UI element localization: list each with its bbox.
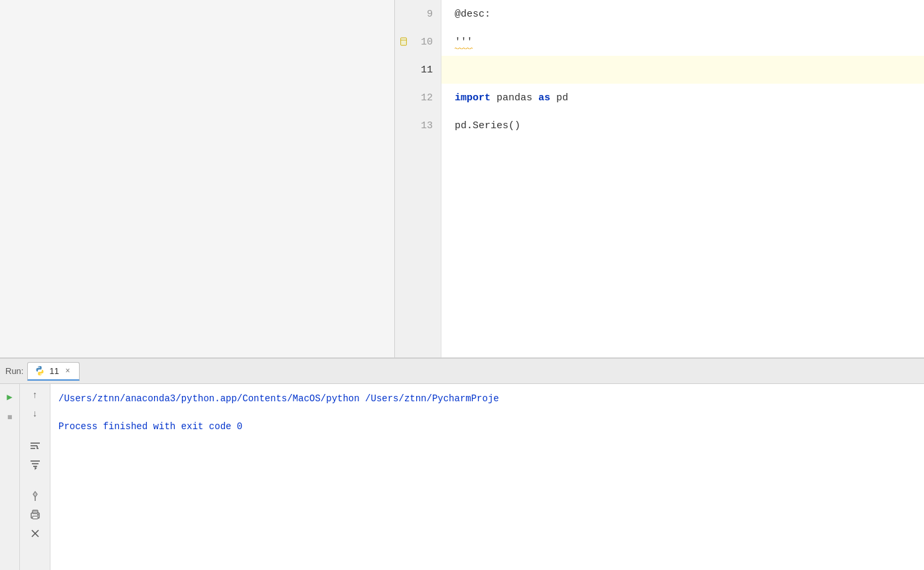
line-number-11: 11 xyxy=(395,56,441,84)
code-text-11 xyxy=(455,64,461,76)
code-text-9: @desc: xyxy=(455,9,491,20)
run-controls-sidebar: ▶ ◼ xyxy=(0,384,20,570)
code-line-11 xyxy=(441,56,924,84)
run-tab-name: 11 xyxy=(49,366,58,376)
code-text-pd: pd xyxy=(550,92,568,104)
line-number-10: 10 xyxy=(395,28,441,56)
filter-button[interactable] xyxy=(27,456,44,473)
svg-rect-12 xyxy=(33,510,38,514)
code-text-pandas: pandas xyxy=(491,92,538,104)
output-line-3: Process finished with exit code 0 xyxy=(58,417,916,436)
more-button[interactable] xyxy=(27,525,44,542)
wrap-icon xyxy=(29,440,41,452)
line-number-12: 12 xyxy=(395,84,441,112)
code-text-10: ''' xyxy=(455,37,473,48)
run-button[interactable]: ▶ xyxy=(1,388,19,405)
line-number-9: 9 xyxy=(395,0,441,28)
code-text-pdseries: pd.Series() xyxy=(455,120,520,132)
bookmark-icon xyxy=(399,37,408,47)
pin-button[interactable] xyxy=(27,488,44,505)
run-tab[interactable]: 11 × xyxy=(27,362,79,381)
code-editor: 9 10 11 12 13 xyxy=(395,0,924,357)
line-numbers: 9 10 11 12 13 xyxy=(395,0,441,357)
close-tab-button[interactable]: × xyxy=(63,366,72,375)
code-line-12: import pandas as pd xyxy=(441,84,924,112)
run-label: Run: xyxy=(5,366,23,376)
stop-icon: ◼ xyxy=(7,412,12,422)
code-keyword-import: import xyxy=(455,92,491,104)
svg-rect-0 xyxy=(401,38,407,45)
svg-point-2 xyxy=(39,367,40,367)
up-icon: ↑ xyxy=(32,390,37,401)
svg-rect-13 xyxy=(33,516,38,519)
run-icon: ▶ xyxy=(7,391,12,403)
code-content: @desc: ''' import pandas as pd pd.Series… xyxy=(441,0,924,357)
output-line-2 xyxy=(58,408,916,417)
left-panel xyxy=(0,0,395,357)
run-body: ▶ ◼ ↑ ↓ xyxy=(0,384,924,570)
filter-icon xyxy=(29,458,41,470)
run-output: /Users/ztnn/anaconda3/python.app/Content… xyxy=(50,384,924,570)
code-line-10: ''' xyxy=(441,28,924,56)
more-icon xyxy=(29,527,41,539)
svg-point-3 xyxy=(40,374,41,375)
run-nav-sidebar: ↑ ↓ xyxy=(20,384,50,570)
python-icon xyxy=(35,365,45,376)
print-icon xyxy=(29,509,41,521)
scroll-up-button[interactable]: ↑ xyxy=(27,387,44,404)
code-line-13: pd.Series() xyxy=(441,112,924,140)
code-line-9: @desc: xyxy=(441,0,924,28)
stop-button[interactable]: ◼ xyxy=(1,408,19,425)
down-icon: ↓ xyxy=(32,409,37,419)
code-keyword-as: as xyxy=(538,92,550,104)
run-tab-bar: Run: 11 × xyxy=(0,359,924,384)
pin-icon xyxy=(29,490,41,502)
output-line-1: /Users/ztnn/anaconda3/python.app/Content… xyxy=(58,389,916,408)
line-number-13: 13 xyxy=(395,112,441,140)
scroll-down-button[interactable]: ↓ xyxy=(27,405,44,423)
run-panel: Run: 11 × ▶ ◼ ↑ xyxy=(0,357,924,570)
wrap-button[interactable] xyxy=(27,437,44,454)
svg-point-14 xyxy=(37,514,38,516)
print-button[interactable] xyxy=(27,506,44,523)
